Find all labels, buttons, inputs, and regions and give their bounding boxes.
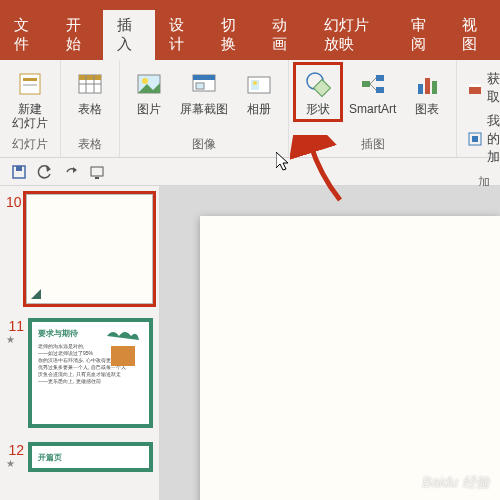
tab-view[interactable]: 视图 — [448, 10, 500, 60]
slide-thumb-12[interactable]: 12 ★ 开篇页 — [6, 442, 153, 472]
tab-home[interactable]: 开始 — [52, 10, 104, 60]
chart-icon — [411, 68, 443, 100]
table-icon — [74, 68, 106, 100]
svg-marker-31 — [73, 167, 77, 173]
shapes-button[interactable]: 形状 — [295, 64, 341, 120]
slide-edit-area[interactable] — [160, 186, 500, 500]
animation-indicator-icon: ★ — [6, 334, 28, 345]
smartart-icon — [357, 68, 389, 100]
group-images: 图片 屏幕截图 相册 图像 — [120, 60, 289, 157]
smartart-button[interactable]: SmartArt — [343, 64, 402, 120]
table-label: 表格 — [78, 102, 102, 116]
slide-thumbnail[interactable] — [26, 194, 153, 304]
ribbon: 新建 幻灯片 幻灯片 表格 表格 图片 — [0, 60, 500, 158]
group-addins: 获取 我的加 加 — [457, 60, 500, 157]
slide-thumb-11[interactable]: 11 ★ 要求与期待 老师的沟永远是对的, ——如过老师说过了95% 你的汉语中… — [6, 318, 153, 428]
tab-design[interactable]: 设计 — [155, 10, 207, 60]
table-button[interactable]: 表格 — [67, 64, 113, 120]
addins-icon — [467, 131, 483, 147]
tab-transitions[interactable]: 切换 — [207, 10, 259, 60]
svg-rect-1 — [23, 78, 37, 81]
animation-indicator-icon: ★ — [6, 458, 28, 469]
slide-number: 10 — [6, 194, 26, 304]
svg-point-15 — [253, 81, 257, 85]
slide-number: 12 — [6, 442, 28, 458]
redo-button[interactable] — [62, 163, 80, 181]
get-addins-button[interactable]: 获取 — [467, 70, 500, 106]
slide-thumbnail-pane[interactable]: 10 11 ★ 要求与期待 老师的沟永远是对的, ——如过老师说过了95% 你的… — [0, 186, 160, 500]
svg-rect-20 — [376, 87, 384, 93]
svg-rect-33 — [95, 177, 99, 179]
slide-thumbnail[interactable]: 要求与期待 老师的沟永远是对的, ——如过老师说过了95% 你的汉语中石环清步,… — [28, 318, 153, 428]
get-addins-label: 获取 — [487, 70, 500, 106]
slide-canvas[interactable] — [200, 216, 500, 500]
svg-rect-2 — [23, 84, 37, 86]
new-slide-label: 新建 幻灯片 — [12, 102, 48, 130]
svg-point-9 — [142, 78, 148, 84]
svg-rect-22 — [425, 78, 430, 94]
screenshot-button[interactable]: 屏幕截图 — [174, 64, 234, 120]
svg-rect-12 — [196, 83, 204, 89]
group-illustrations-label: 插图 — [361, 134, 385, 155]
quick-access-toolbar — [0, 158, 500, 186]
slide-thumb-10[interactable]: 10 — [6, 194, 153, 304]
svg-rect-11 — [193, 75, 215, 80]
svg-rect-34 — [111, 346, 135, 366]
ribbon-tabs: 文件 开始 插入 设计 切换 动画 幻灯片放映 审阅 视图 — [0, 28, 500, 60]
tab-review[interactable]: 审阅 — [397, 10, 449, 60]
pictures-label: 图片 — [137, 102, 161, 116]
tab-insert[interactable]: 插入 — [103, 10, 155, 60]
group-illustrations: 形状 SmartArt 图表 插图 — [289, 60, 457, 157]
album-button[interactable]: 相册 — [236, 64, 282, 120]
tab-slideshow[interactable]: 幻灯片放映 — [310, 10, 397, 60]
group-slides: 新建 幻灯片 幻灯片 — [0, 60, 61, 157]
corner-decoration-icon — [31, 289, 41, 299]
new-slide-button[interactable]: 新建 幻灯片 — [6, 64, 54, 134]
save-button[interactable] — [10, 163, 28, 181]
start-from-beginning-button[interactable] — [88, 163, 106, 181]
svg-rect-29 — [16, 166, 22, 171]
slide-number: 11 — [6, 318, 28, 334]
svg-rect-27 — [472, 136, 478, 142]
svg-rect-19 — [376, 75, 384, 81]
my-addins-label: 我的加 — [487, 112, 500, 166]
shapes-icon — [302, 68, 334, 100]
my-addins-button[interactable]: 我的加 — [467, 112, 500, 166]
watermark: Baidu 经验 — [422, 474, 490, 492]
screenshot-label: 屏幕截图 — [180, 102, 228, 116]
mini-title: 开篇页 — [38, 452, 143, 463]
smartart-label: SmartArt — [349, 102, 396, 116]
slide-thumbnail[interactable]: 开篇页 — [28, 442, 153, 472]
chart-button[interactable]: 图表 — [404, 64, 450, 120]
tab-animations[interactable]: 动画 — [258, 10, 310, 60]
tab-file[interactable]: 文件 — [0, 10, 52, 60]
album-icon — [243, 68, 275, 100]
screenshot-icon — [188, 68, 220, 100]
svg-rect-23 — [432, 81, 437, 94]
group-slides-label: 幻灯片 — [12, 134, 48, 155]
undo-button[interactable] — [36, 163, 54, 181]
group-tables-label: 表格 — [78, 134, 102, 155]
workspace: 10 11 ★ 要求与期待 老师的沟永远是对的, ——如过老师说过了95% 你的… — [0, 186, 500, 500]
store-icon — [467, 80, 483, 96]
svg-rect-18 — [362, 81, 370, 87]
svg-rect-32 — [91, 167, 103, 176]
svg-rect-25 — [469, 84, 481, 87]
group-tables: 表格 表格 — [61, 60, 120, 157]
new-slide-icon — [14, 68, 46, 100]
svg-rect-17 — [314, 80, 331, 97]
svg-rect-4 — [79, 75, 101, 80]
pictures-icon — [133, 68, 165, 100]
svg-rect-21 — [418, 84, 423, 94]
shapes-label: 形状 — [306, 102, 330, 116]
pictures-button[interactable]: 图片 — [126, 64, 172, 120]
group-images-label: 图像 — [192, 134, 216, 155]
album-label: 相册 — [247, 102, 271, 116]
chart-label: 图表 — [415, 102, 439, 116]
